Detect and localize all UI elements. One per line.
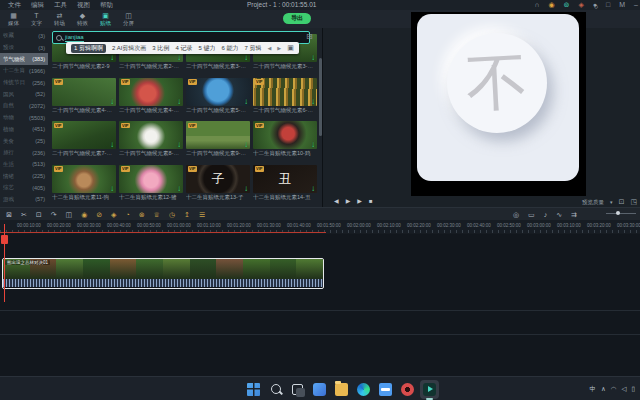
menu-item[interactable]: 文件 xyxy=(8,1,21,10)
previous-frame-button[interactable]: ◀ xyxy=(334,197,339,205)
toolbar-tab[interactable]: ▣贴纸 xyxy=(94,10,117,28)
grid-item[interactable]: VIP↓二十四节气物候元素8-… xyxy=(119,121,183,157)
sticker-thumbnail[interactable]: VIP↓ xyxy=(186,121,250,149)
menu-item[interactable]: 编辑 xyxy=(31,1,44,10)
ime-next-icon[interactable]: ▶ xyxy=(277,45,281,51)
tray-chevron-icon[interactable]: ∧ xyxy=(601,385,606,393)
timeline-zoom-slider[interactable] xyxy=(606,213,636,214)
snapshot-icon[interactable]: ⊡ xyxy=(619,198,625,206)
app-red-button[interactable] xyxy=(398,380,417,399)
sticker-thumbnail[interactable]: VIP↓ xyxy=(52,121,116,149)
grid-item[interactable]: VIP↓二十四节气物候元素5-… xyxy=(186,78,250,114)
search-button[interactable] xyxy=(266,380,285,399)
grid-view-icon[interactable]: ⊞ xyxy=(306,32,313,41)
download-icon[interactable]: ↓ xyxy=(110,53,114,62)
menu-item[interactable]: 视图 xyxy=(77,1,90,10)
mask-icon[interactable]: ⊘ xyxy=(96,210,102,219)
edge-button[interactable] xyxy=(354,380,373,399)
sticker-thumbnail[interactable]: 子VIP↓ xyxy=(186,165,250,193)
timeline-tracks[interactable]: 熊出没之丛林对决01 xyxy=(0,234,640,376)
category-item[interactable]: 预设(3) xyxy=(0,42,48,54)
sync-icon[interactable]: ⊚ xyxy=(564,0,570,10)
bulb-icon[interactable]: ◉ xyxy=(548,0,554,10)
mirror-icon[interactable]: ◫ xyxy=(66,210,73,219)
category-item[interactable]: 动物(5503) xyxy=(0,112,48,124)
download-icon[interactable]: ↓ xyxy=(244,140,248,149)
toolbar-tab[interactable]: ⇄转场 xyxy=(48,10,71,28)
category-item[interactable]: 自然(2072) xyxy=(0,100,48,112)
preview-quality-dropdown[interactable]: 预览质量 xyxy=(582,199,604,206)
toolbar-tab[interactable]: ◆特效 xyxy=(71,10,94,28)
category-item[interactable]: 综艺(405) xyxy=(0,182,48,194)
download-icon[interactable]: ↓ xyxy=(177,53,181,62)
sticker-thumbnail[interactable]: VIP↓ xyxy=(119,121,183,149)
download-icon[interactable]: ↓ xyxy=(110,97,114,106)
download-icon[interactable]: ↓ xyxy=(311,184,315,193)
ime-more-icon[interactable]: ▣ xyxy=(287,44,294,52)
category-item[interactable]: 旅行(236) xyxy=(0,147,48,159)
sticker-thumbnail[interactable]: VIP↓ xyxy=(186,78,250,106)
network-icon[interactable]: ◠ xyxy=(611,385,617,393)
download-icon[interactable]: ↓ xyxy=(177,184,181,193)
ime-candidate[interactable]: 5 键力 xyxy=(198,44,215,53)
premium-crown-icon[interactable]: ♕ xyxy=(154,210,160,219)
keyframe-icon[interactable]: ◉ xyxy=(81,210,87,219)
grid-item[interactable]: VIP↓十二生肖贴纸元素12-猪 xyxy=(119,165,183,201)
video-clip[interactable]: 熊出没之丛林对决01 xyxy=(2,258,324,289)
sticker-thumbnail[interactable]: 丑VIP↓ xyxy=(253,165,317,193)
playhead-handle[interactable] xyxy=(1,235,8,244)
marker-icon[interactable]: ▭ xyxy=(528,210,535,219)
menu-item[interactable]: 工具 xyxy=(54,1,67,10)
layout-icon[interactable]: □ xyxy=(606,0,610,10)
voiceover-mic-icon[interactable]: ♪ xyxy=(544,210,548,219)
upload-icon[interactable]: ↥ xyxy=(184,210,190,219)
file-explorer-button[interactable] xyxy=(332,380,351,399)
grid-item[interactable]: 丑VIP↓十二生肖贴纸元素14-丑 xyxy=(253,165,317,201)
record-icon[interactable]: ◎ xyxy=(513,210,519,219)
sticker-thumbnail[interactable]: VIP↓ xyxy=(119,78,183,106)
sticker-thumbnail[interactable]: VIP↓ xyxy=(52,165,116,193)
category-item[interactable]: 收藏(3) xyxy=(0,30,48,42)
split-icon[interactable]: ✂ xyxy=(21,210,27,219)
sticker-thumbnail[interactable]: VIP↓ xyxy=(253,121,317,149)
download-icon[interactable]: ↓ xyxy=(311,140,315,149)
adjust-icon[interactable]: ☰ xyxy=(199,210,205,219)
menu-item[interactable]: 帮助 xyxy=(100,1,113,10)
minimize-icon[interactable]: – xyxy=(634,0,638,10)
category-item[interactable]: 生活(513) xyxy=(0,159,48,171)
download-icon[interactable]: ↓ xyxy=(244,97,248,106)
ime-indicator[interactable]: 中 xyxy=(589,385,596,394)
download-icon[interactable]: ↓ xyxy=(311,97,315,106)
ime-prev-icon[interactable]: ◀ xyxy=(267,45,271,51)
grid-item[interactable]: VIP↓二十四节气物候元素4-… xyxy=(119,78,183,114)
grid-item[interactable]: VIP↓十二生肖贴纸元素10-鸡 xyxy=(253,121,317,157)
category-item[interactable]: 节气物候(383) xyxy=(0,53,48,65)
video-editor-button[interactable] xyxy=(420,380,439,399)
category-item[interactable]: 十二生肖(1966) xyxy=(0,65,48,77)
ime-candidate[interactable]: 2 AI剪辑次画 xyxy=(112,44,146,53)
category-item[interactable]: 国风(52) xyxy=(0,88,48,100)
grid-item[interactable]: VIP↓十二生肖贴纸元素11-狗 xyxy=(52,165,116,201)
download-icon[interactable]: ↓ xyxy=(110,140,114,149)
sticker-thumbnail[interactable]: VIP↓ xyxy=(119,165,183,193)
widgets-button[interactable] xyxy=(310,380,329,399)
download-icon[interactable]: ↓ xyxy=(244,184,248,193)
download-icon[interactable]: ↓ xyxy=(244,53,248,62)
toolbar-tab[interactable]: ◫分屏 xyxy=(117,10,140,28)
timeline-zoom-knob[interactable] xyxy=(616,211,620,215)
grid-item[interactable]: VIP↓二十四节气物候元素9-… xyxy=(186,121,250,157)
cart-icon[interactable]: ◈ xyxy=(578,0,583,10)
category-item[interactable]: 植物(451) xyxy=(0,124,48,136)
ime-candidate[interactable]: 6 能力 xyxy=(221,44,238,53)
preview-canvas[interactable]: 不 xyxy=(411,12,586,196)
grid-item[interactable]: VIP↓二十四节气物候元素4-… xyxy=(52,78,116,114)
crop-icon[interactable]: ⊡ xyxy=(36,210,42,219)
volume-icon[interactable]: ◁ xyxy=(621,385,626,393)
zoom-out-icon[interactable]: ○ xyxy=(594,3,598,10)
speed-icon[interactable]: ↷ xyxy=(51,210,57,219)
duration-icon[interactable]: ◷ xyxy=(169,210,175,219)
notification-icon[interactable]: ∩ xyxy=(534,0,539,10)
play-button[interactable]: ▶ xyxy=(346,197,351,205)
ime-candidate[interactable]: 4 记录 xyxy=(175,44,192,53)
audio-wave-icon[interactable]: ∿ xyxy=(556,210,562,219)
